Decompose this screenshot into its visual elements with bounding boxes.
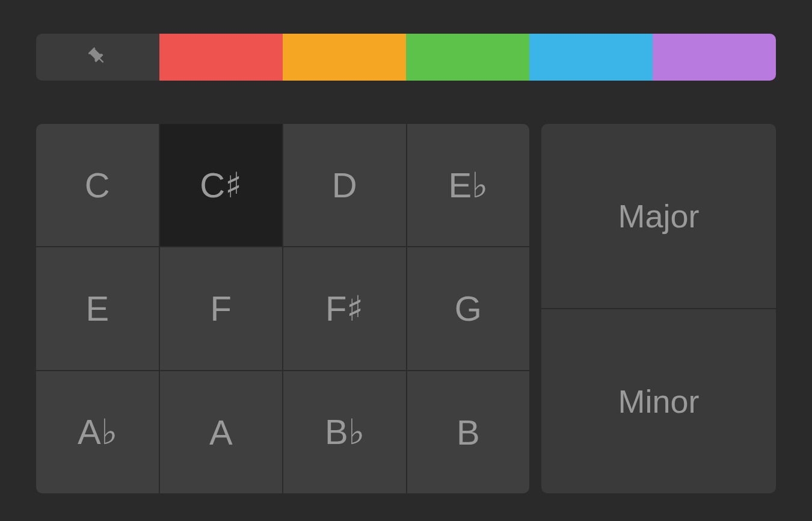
note-f-sharp[interactable]: F♯ [283,247,406,369]
note-d[interactable]: D [283,124,406,246]
note-label: F♯ [325,288,363,329]
grids-row: C C♯ D E♭ E F F♯ G A♭ A B♭ B Major Minor [36,124,776,493]
note-grid: C C♯ D E♭ E F F♯ G A♭ A B♭ B [36,124,529,493]
note-label: F [211,288,232,328]
scale-grid: Major Minor [541,124,776,493]
note-a-flat[interactable]: A♭ [36,371,159,493]
note-c-sharp[interactable]: C♯ [160,124,283,246]
note-label: C♯ [200,165,242,206]
note-b-flat[interactable]: B♭ [283,371,406,493]
color-swatch-blue[interactable] [529,34,653,81]
note-g[interactable]: G [407,247,530,369]
color-bar [36,34,776,81]
note-label: C [85,165,110,205]
color-swatch-orange[interactable] [283,34,406,81]
note-label: A [209,412,233,452]
note-label: B [457,412,480,452]
note-label: G [455,288,482,328]
color-swatch-purple[interactable] [653,34,776,81]
scale-label: Minor [618,383,699,420]
color-swatch-red[interactable] [159,34,283,81]
note-e[interactable]: E [36,247,159,369]
scale-minor[interactable]: Minor [541,309,776,493]
note-e-flat[interactable]: E♭ [407,124,530,246]
note-a[interactable]: A [160,371,283,493]
note-label: B♭ [325,412,364,452]
note-label: E♭ [448,165,488,206]
note-label: D [332,165,357,205]
scale-major[interactable]: Major [541,124,776,308]
note-c[interactable]: C [36,124,159,246]
note-label: A♭ [78,412,117,452]
color-swatch-green[interactable] [406,34,529,81]
scale-label: Major [618,197,699,235]
note-label: E [85,288,109,328]
pin-icon [82,42,113,73]
note-f[interactable]: F [160,247,283,369]
note-b[interactable]: B [407,371,530,493]
pin-segment[interactable] [36,34,159,81]
